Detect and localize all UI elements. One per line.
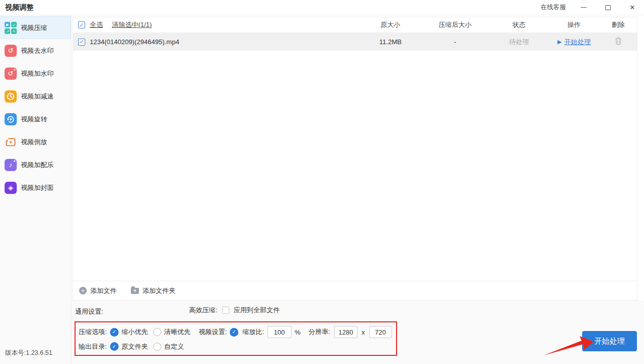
add-folder-icon: + — [131, 288, 139, 294]
sidebar-item-add-watermark[interactable]: ↺+ 视频加水印 — [0, 62, 71, 85]
scale-input[interactable] — [267, 326, 292, 338]
reverse-icon — [5, 136, 17, 148]
sidebar-item-cover[interactable]: ◈ 视频加封面 — [0, 176, 71, 199]
list-header: 全选 清除选中(1/1) 原大小 压缩后大小 状态 操作 删除 — [73, 17, 637, 33]
remove-watermark-icon: ↺ — [5, 45, 17, 57]
compress-icon: ▶↙↗↖ — [5, 22, 17, 34]
sidebar-item-label: 视频加配乐 — [21, 160, 54, 170]
resolution-height-input[interactable] — [369, 326, 392, 338]
shrink-first-radio[interactable] — [110, 328, 119, 337]
list-empty-area — [73, 51, 637, 281]
app-title: 视频调整 — [5, 3, 33, 12]
play-icon: ▶ — [557, 39, 561, 45]
file-list-panel: 全选 清除选中(1/1) 原大小 压缩后大小 状态 操作 删除 1234(014… — [73, 17, 637, 301]
sidebar-item-label: 视频倒放 — [21, 138, 47, 147]
select-all-link[interactable]: 全选 — [90, 21, 103, 28]
sidebar-item-remove-watermark[interactable]: ↺ 视频去水印 — [0, 39, 71, 62]
efficient-compress-label: 高效压缩: — [189, 306, 218, 315]
add-file-label: 添加文件 — [90, 286, 117, 295]
maximize-icon — [605, 5, 611, 10]
add-watermark-icon: ↺+ — [5, 68, 17, 80]
video-setting-label: 视频设置: — [199, 327, 227, 337]
main-area: 全选 清除选中(1/1) 原大小 压缩后大小 状态 操作 删除 1234(014… — [71, 15, 644, 364]
add-folder-label: 添加文件夹 — [142, 286, 175, 295]
apply-all-checkbox[interactable] — [222, 307, 229, 314]
column-header-delete: 删除 — [599, 20, 637, 29]
sidebar-item-label: 视频旋转 — [21, 115, 47, 124]
minimize-icon — [581, 7, 587, 8]
sidebar-item-label: 视频加减速 — [21, 92, 54, 101]
shrink-first-label: 缩小优先 — [122, 327, 148, 337]
video-setting-checkbox[interactable] — [230, 328, 238, 337]
compress-option-label: 压缩选项: — [79, 327, 107, 337]
custom-folder-label: 自定义 — [164, 342, 184, 351]
resolution-width-input[interactable] — [334, 326, 357, 338]
column-header-original-size: 原大小 — [360, 20, 421, 29]
sidebar-item-music[interactable]: ♪+ 视频加配乐 — [0, 153, 71, 176]
column-header-compressed-size: 压缩后大小 — [421, 20, 489, 29]
select-all-checkbox[interactable] — [78, 21, 85, 28]
add-file-icon: + — [79, 287, 87, 294]
column-header-status: 状态 — [489, 20, 549, 29]
clarity-first-label: 清晰优先 — [164, 327, 191, 337]
output-dir-label: 输出目录: — [79, 342, 107, 351]
table-row: 1234(0140209)(2946495).mp4 11.2MB - 待处理 … — [73, 33, 637, 51]
app-window: 视频调整 在线客服 × ▶↙↗↖ 视频压缩 ↺ 视频去水印 ↺+ 视频加水印 — [0, 0, 644, 364]
original-folder-radio[interactable] — [110, 342, 119, 351]
resolution-x-label: x — [362, 328, 365, 336]
trash-icon[interactable] — [615, 37, 622, 45]
close-button[interactable]: × — [626, 2, 639, 13]
file-status: 待处理 — [489, 38, 549, 47]
sidebar-item-reverse[interactable]: 视频倒放 — [0, 130, 71, 153]
version-label: 版本号:1.23.6.51 — [5, 349, 52, 357]
percent-label: % — [295, 328, 301, 336]
music-icon: ♪+ — [5, 159, 17, 171]
scale-label: 缩放比: — [242, 327, 264, 337]
sidebar-item-label: 视频压缩 — [21, 23, 47, 32]
column-header-action: 操作 — [549, 20, 599, 29]
add-folder-button[interactable]: + 添加文件夹 — [131, 286, 175, 295]
close-icon: × — [630, 3, 635, 12]
clarity-first-radio[interactable] — [153, 328, 161, 336]
settings-area: 通用设置: 高效压缩: 应用到全部文件 压缩选项: 缩小优先 清晰优先 视频设置… — [71, 301, 644, 364]
rotate-icon — [5, 113, 17, 125]
annotation-red-box: 压缩选项: 缩小优先 清晰优先 视频设置: 缩放比: % 分辨率: x — [75, 321, 397, 356]
sidebar: ▶↙↗↖ 视频压缩 ↺ 视频去水印 ↺+ 视频加水印 视频加减速 — [0, 15, 71, 364]
sidebar-item-label: 视频加水印 — [21, 69, 54, 78]
add-row: + 添加文件 + 添加文件夹 — [73, 281, 637, 300]
file-original-size: 11.2MB — [360, 38, 421, 46]
cover-icon: ◈ — [5, 182, 17, 194]
file-name: 1234(0140209)(2946495).mp4 — [90, 38, 179, 46]
speed-icon — [5, 90, 17, 103]
add-file-button[interactable]: + 添加文件 — [79, 286, 117, 295]
custom-folder-radio[interactable] — [153, 343, 161, 351]
general-settings-label: 通用设置: — [75, 307, 103, 316]
sidebar-item-label: 视频去水印 — [21, 46, 54, 55]
sidebar-item-video-compress[interactable]: ▶↙↗↖ 视频压缩 — [0, 16, 71, 39]
file-compressed-size: - — [421, 38, 489, 46]
sidebar-item-rotate[interactable]: 视频旋转 — [0, 108, 71, 130]
resolution-label: 分辨率: — [308, 327, 330, 337]
clear-selected-link[interactable]: 清除选中(1/1) — [112, 21, 152, 28]
original-folder-label: 原文件夹 — [122, 342, 148, 351]
start-process-button[interactable]: 开始处理 — [582, 331, 637, 351]
minimize-button[interactable] — [577, 2, 590, 13]
titlebar: 视频调整 在线客服 × — [0, 0, 644, 15]
start-process-link[interactable]: 开始处理 — [564, 38, 591, 47]
online-service-link[interactable]: 在线客服 — [541, 3, 566, 12]
sidebar-item-label: 视频加封面 — [21, 183, 54, 192]
sidebar-item-speed[interactable]: 视频加减速 — [0, 85, 71, 108]
maximize-button[interactable] — [601, 2, 615, 13]
row-checkbox[interactable] — [78, 39, 85, 46]
apply-all-label: 应用到全部文件 — [234, 306, 280, 315]
